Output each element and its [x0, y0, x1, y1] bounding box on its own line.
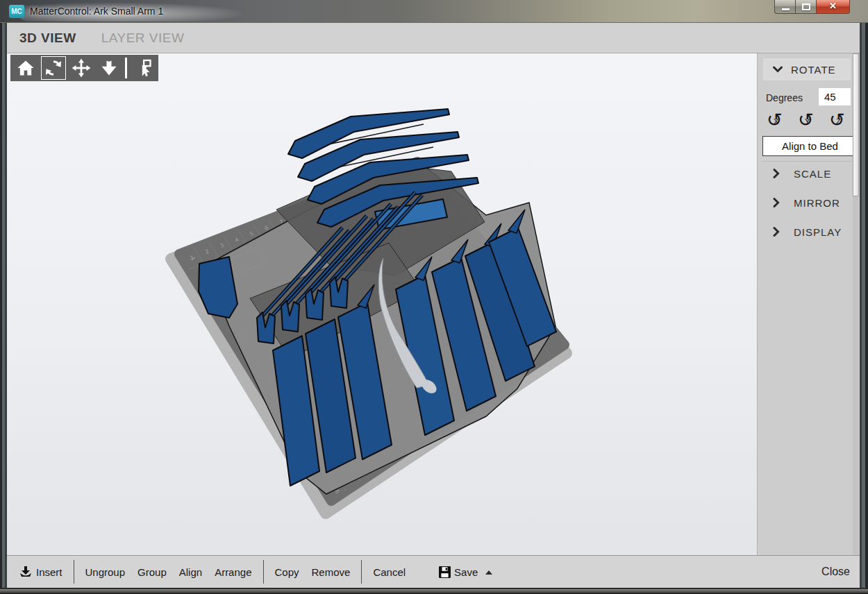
rotate-y-button[interactable]: ↺ Y	[799, 112, 818, 131]
print-bed-scene[interactable]: 1234567891011121314151612345678910111213…	[7, 53, 757, 555]
close-icon: ✕	[817, 1, 849, 11]
mirror-section-label: MIRROR	[794, 197, 840, 209]
action-bar-separator	[361, 560, 362, 584]
scale-section-label: SCALE	[794, 168, 831, 180]
cancel-button[interactable]: Cancel	[367, 566, 412, 578]
minimize-button[interactable]	[774, 0, 796, 14]
action-bar: Insert Ungroup Group Align Arrange Copy …	[7, 555, 860, 588]
display-section-label: DISPLAY	[794, 226, 842, 238]
rotate-section-header[interactable]: ROTATE	[763, 58, 851, 80]
maximize-button[interactable]	[796, 0, 817, 14]
save-menu-caret-icon[interactable]	[485, 570, 492, 575]
mirror-section-header[interactable]: MIRROR	[763, 191, 851, 214]
close-button[interactable]: ✕	[817, 0, 850, 14]
select-part-icon	[133, 58, 153, 78]
chevron-down-icon	[773, 66, 783, 73]
tab-3d-view[interactable]: 3D VIEW	[7, 31, 89, 46]
window-controls: ✕	[774, 0, 850, 14]
copy-button[interactable]: Copy	[269, 566, 306, 578]
rotate-icon	[44, 58, 63, 78]
tools-side-panel: ROTATE Degrees ↺ X ↺ Y ↺ Z Align to Bed	[757, 53, 860, 555]
action-bar-separator	[74, 560, 74, 584]
degrees-input[interactable]	[819, 88, 851, 105]
app-window: MC MatterControl: Ark Small Arm 1 ✕ 3D V…	[0, 0, 868, 594]
drop-to-bed-icon	[99, 58, 119, 78]
toolbar-separator	[125, 58, 127, 78]
chevron-right-icon	[773, 198, 780, 207]
insert-icon	[19, 566, 33, 579]
chevron-right-icon	[773, 169, 780, 178]
scrollbar-thumb[interactable]	[853, 53, 859, 196]
arrange-button[interactable]: Arrange	[208, 566, 258, 578]
title-bar[interactable]: MC MatterControl: Ark Small Arm 1 ✕	[0, 0, 868, 23]
home-view-button[interactable]	[12, 55, 40, 81]
panel-scrollbar[interactable]	[853, 53, 859, 555]
minimize-icon	[782, 8, 790, 10]
window-frame-right	[860, 23, 868, 588]
select-part-button[interactable]	[129, 55, 157, 81]
move-view-button[interactable]	[67, 55, 95, 81]
ungroup-button[interactable]: Ungroup	[79, 566, 132, 578]
rotate-z-button[interactable]: ↺ Z	[830, 112, 849, 131]
axis-z-label: Z	[836, 117, 841, 126]
group-button[interactable]: Group	[131, 566, 173, 578]
scale-section-header[interactable]: SCALE	[763, 162, 851, 185]
window-title: MatterControl: Ark Small Arm 1	[30, 6, 163, 17]
align-button[interactable]: Align	[173, 566, 208, 578]
drop-to-bed-button[interactable]	[95, 55, 123, 81]
insert-button[interactable]: Insert	[12, 566, 69, 579]
viewport-toolbar	[10, 55, 158, 81]
rotate-section-label: ROTATE	[791, 64, 836, 76]
align-to-bed-button[interactable]: Align to Bed	[762, 136, 858, 156]
axis-y-label: Y	[805, 117, 810, 126]
action-bar-separator	[263, 560, 264, 584]
3d-viewport[interactable]: 1234567891011121314151612345678910111213…	[7, 53, 757, 555]
rotate-x-button[interactable]: ↺ X	[767, 112, 787, 131]
window-frame-left	[0, 23, 7, 588]
move-icon	[72, 58, 91, 78]
view-tab-bar: 3D VIEW LAYER VIEW	[7, 23, 860, 53]
tab-layer-view[interactable]: LAYER VIEW	[89, 31, 197, 46]
axis-x-label: X	[774, 117, 778, 126]
chevron-right-icon	[773, 227, 780, 237]
save-icon	[439, 566, 451, 578]
remove-button[interactable]: Remove	[306, 566, 357, 578]
degrees-label: Degrees	[766, 92, 803, 103]
axis-rotate-row: ↺ X ↺ Y ↺ Z	[767, 112, 851, 131]
insert-label: Insert	[36, 566, 62, 578]
app-logo-icon: MC	[9, 5, 24, 18]
maximize-icon	[802, 3, 810, 10]
window-frame-bottom	[0, 588, 868, 594]
save-button[interactable]: Save	[433, 566, 499, 578]
home-icon	[16, 58, 35, 78]
display-section-header[interactable]: DISPLAY	[763, 220, 851, 244]
rotate-view-button[interactable]	[40, 55, 67, 81]
save-label: Save	[454, 566, 478, 578]
close-view-button[interactable]: Close	[821, 566, 850, 578]
